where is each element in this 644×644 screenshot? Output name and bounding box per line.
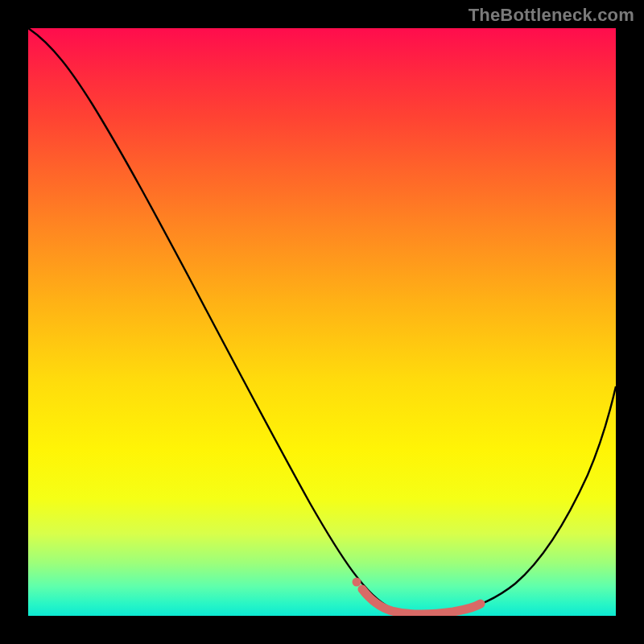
highlight-endpoint-left — [353, 578, 361, 587]
curve-svg — [28, 28, 616, 616]
plot-area — [28, 28, 616, 616]
watermark-text: TheBottleneck.com — [469, 5, 634, 26]
bottleneck-curve-path — [28, 28, 616, 614]
optimal-range-highlight — [362, 589, 481, 614]
chart-frame: TheBottleneck.com — [0, 0, 644, 644]
